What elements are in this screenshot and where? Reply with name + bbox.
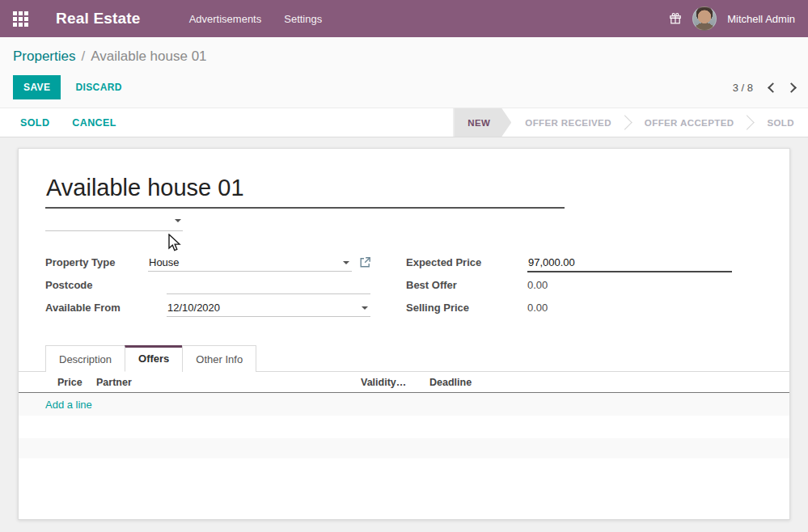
pager-previous-icon[interactable] bbox=[768, 82, 778, 93]
user-menu[interactable]: Mitchell Admin bbox=[727, 13, 795, 25]
sheet-inner: Available house 01 Property Type House bbox=[19, 149, 789, 320]
top-menu: Advertisements Settings bbox=[188, 10, 324, 28]
empty-row bbox=[19, 438, 789, 458]
expected-price-input[interactable]: 97,000.00 bbox=[527, 252, 732, 272]
property-type-input[interactable]: House bbox=[148, 252, 352, 272]
offers-table: Price Partner Validity… Deadline Add a l… bbox=[19, 372, 789, 458]
field-row-available-from: Available From 12/10/2020 bbox=[45, 298, 371, 320]
form-sheet: Available house 01 Property Type House bbox=[18, 148, 790, 520]
stage-offer-received[interactable]: OFFER RECEIVED bbox=[511, 108, 625, 137]
column-header-price[interactable]: Price bbox=[57, 377, 96, 388]
record-title-input[interactable]: Available house 01 bbox=[45, 173, 565, 209]
tab-offers[interactable]: Offers bbox=[125, 345, 183, 372]
sold-button[interactable]: SOLD bbox=[20, 117, 49, 129]
navbar-right: Mitchell Admin bbox=[669, 6, 795, 31]
breadcrumb: Properties/Available house 01 bbox=[13, 47, 795, 66]
avatar[interactable] bbox=[692, 6, 717, 31]
caret-down-icon[interactable] bbox=[175, 219, 181, 222]
field-row-expected-price: Expected Price 97,000.00 bbox=[406, 252, 732, 275]
apps-menu-icon[interactable] bbox=[13, 11, 28, 27]
tags-input[interactable] bbox=[45, 209, 183, 231]
notebook-tabs: Description Offers Other Info bbox=[19, 345, 789, 372]
menu-advertisements[interactable]: Advertisements bbox=[188, 10, 264, 28]
breadcrumb-separator: / bbox=[81, 49, 85, 64]
property-type-label: Property Type bbox=[45, 252, 148, 268]
column-header-validity[interactable]: Validity… bbox=[361, 377, 429, 388]
available-from-label: Available From bbox=[45, 298, 167, 314]
menu-settings[interactable]: Settings bbox=[282, 10, 324, 28]
pager: 3 / 8 bbox=[733, 82, 795, 94]
field-group-right: Expected Price 97,000.00 Best Offer 0.00… bbox=[406, 252, 732, 320]
breadcrumb-current: Available house 01 bbox=[91, 49, 206, 64]
breadcrumb-properties-link[interactable]: Properties bbox=[13, 49, 75, 64]
control-panel-buttons: SAVE DISCARD 3 / 8 bbox=[13, 75, 795, 99]
caret-down-icon[interactable] bbox=[343, 261, 349, 264]
gift-icon[interactable] bbox=[669, 12, 682, 25]
selling-price-value: 0.00 bbox=[527, 298, 548, 314]
stage-sold[interactable]: SOLD bbox=[753, 108, 808, 137]
add-a-line-link[interactable]: Add a line bbox=[45, 399, 92, 411]
selling-price-label: Selling Price bbox=[406, 298, 527, 314]
best-offer-label: Best Offer bbox=[406, 275, 527, 291]
postcode-label: Postcode bbox=[45, 275, 167, 291]
field-row-selling-price: Selling Price 0.00 bbox=[406, 298, 732, 320]
save-button[interactable]: SAVE bbox=[13, 75, 61, 99]
best-offer-value: 0.00 bbox=[527, 275, 548, 291]
top-navbar: Real Estate Advertisements Settings Mitc… bbox=[0, 0, 808, 37]
column-header-partner[interactable]: Partner bbox=[96, 377, 361, 388]
pager-next-icon[interactable] bbox=[786, 82, 797, 93]
offers-table-header: Price Partner Validity… Deadline bbox=[19, 372, 789, 393]
statusbar: SOLD CANCEL NEW OFFER RECEIVED OFFER ACC… bbox=[0, 108, 808, 137]
available-from-input[interactable]: 12/10/2020 bbox=[167, 298, 370, 317]
external-link-icon[interactable] bbox=[359, 256, 371, 268]
content-area: Available house 01 Property Type House bbox=[0, 137, 808, 520]
expected-price-label: Expected Price bbox=[406, 252, 527, 268]
stage-statusbar: NEW OFFER RECEIVED OFFER ACCEPTED SOLD bbox=[453, 108, 808, 137]
tab-description[interactable]: Description bbox=[45, 345, 125, 372]
pager-value: 3 / 8 bbox=[733, 82, 753, 94]
app-name[interactable]: Real Estate bbox=[56, 10, 141, 27]
add-line-row: Add a line bbox=[19, 393, 789, 416]
field-grid: Property Type House bbox=[45, 252, 763, 320]
cancel-button[interactable]: CANCEL bbox=[72, 117, 116, 129]
tab-other-info[interactable]: Other Info bbox=[182, 345, 256, 372]
field-row-property-type: Property Type House bbox=[45, 252, 371, 275]
field-group-left: Property Type House bbox=[45, 252, 371, 320]
postcode-input[interactable] bbox=[167, 275, 370, 294]
column-header-deadline[interactable]: Deadline bbox=[429, 377, 789, 388]
empty-row bbox=[19, 416, 789, 438]
statusbar-action-buttons: SOLD CANCEL bbox=[20, 108, 116, 137]
discard-button[interactable]: DISCARD bbox=[67, 75, 129, 99]
control-panel: Properties/Available house 01 SAVE DISCA… bbox=[0, 37, 808, 108]
stage-new[interactable]: NEW bbox=[454, 108, 511, 137]
stage-offer-accepted[interactable]: OFFER ACCEPTED bbox=[631, 108, 748, 137]
caret-down-icon[interactable] bbox=[362, 306, 368, 310]
field-row-best-offer: Best Offer 0.00 bbox=[406, 275, 732, 298]
field-row-postcode: Postcode bbox=[45, 275, 371, 298]
